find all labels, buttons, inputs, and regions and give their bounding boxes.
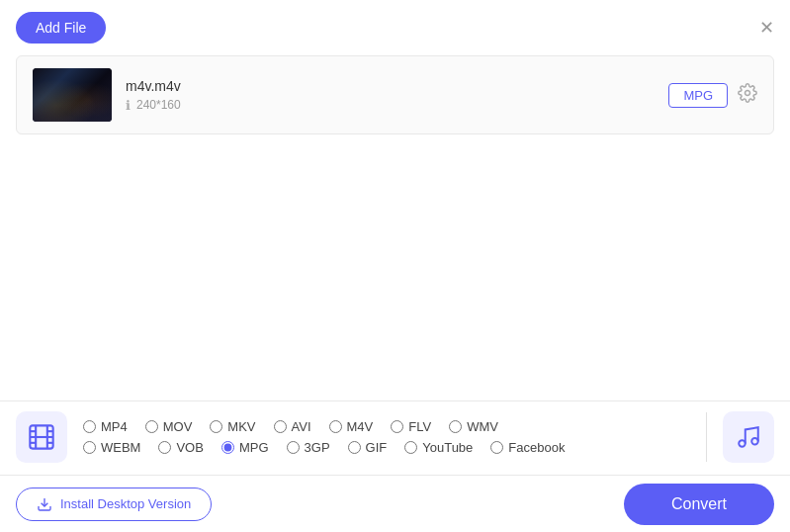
format-option-3gp[interactable]: 3GP [287, 440, 330, 455]
svg-point-0 [746, 90, 750, 95]
format-option-webm[interactable]: WEBM [83, 440, 140, 455]
format-option-youtube[interactable]: YouTube [404, 440, 473, 455]
file-name: m4v.m4v [126, 78, 655, 94]
install-desktop-button[interactable]: Install Desktop Version [16, 488, 212, 521]
radio-vob[interactable] [158, 441, 171, 454]
format-label-facebook: Facebook [508, 440, 565, 455]
gear-icon [738, 83, 757, 103]
radio-mkv[interactable] [210, 420, 222, 433]
format-label-avi: AVI [292, 419, 311, 434]
format-option-mpg[interactable]: MPG [221, 440, 269, 455]
music-icon [736, 424, 761, 450]
top-bar: Add File ✕ [0, 0, 790, 55]
radio-wmv[interactable] [449, 420, 462, 433]
video-format-icon-wrap[interactable] [16, 411, 67, 463]
format-bar: MP4 MOV MKV AVI M4V FLV [0, 400, 790, 473]
format-option-avi[interactable]: AVI [274, 419, 311, 434]
format-label-vob: VOB [176, 440, 203, 455]
radio-mov[interactable] [145, 420, 158, 433]
format-option-mkv[interactable]: MKV [210, 419, 255, 434]
format-label-m4v: M4V [347, 419, 374, 434]
main-content [0, 134, 790, 362]
format-option-mov[interactable]: MOV [145, 419, 193, 434]
svg-point-9 [739, 440, 746, 447]
radio-avi[interactable] [274, 420, 287, 433]
radio-m4v[interactable] [329, 420, 342, 433]
audio-format-icon-wrap[interactable] [723, 411, 774, 463]
format-option-vob[interactable]: VOB [158, 440, 203, 455]
format-badge-button[interactable]: MPG [668, 83, 728, 108]
format-option-mp4[interactable]: MP4 [83, 419, 128, 434]
format-option-wmv[interactable]: WMV [449, 419, 498, 434]
format-label-flv: FLV [408, 419, 431, 434]
radio-flv[interactable] [391, 420, 403, 433]
film-icon [28, 423, 55, 451]
thumbnail-image [33, 68, 112, 122]
format-label-wmv: WMV [467, 419, 498, 434]
format-label-mp4: MP4 [101, 419, 128, 434]
file-thumbnail [33, 68, 112, 122]
format-option-m4v[interactable]: M4V [329, 419, 374, 434]
file-resolution: 240*160 [136, 98, 181, 112]
file-info: m4v.m4v ℹ 240*160 [126, 78, 655, 113]
file-item: m4v.m4v ℹ 240*160 MPG [17, 56, 773, 133]
format-label-mkv: MKV [227, 419, 255, 434]
format-row-1: MP4 MOV MKV AVI M4V FLV [83, 419, 698, 434]
add-file-button[interactable]: Add File [16, 12, 106, 44]
download-icon [37, 496, 52, 512]
format-option-gif[interactable]: GIF [348, 440, 388, 455]
install-label: Install Desktop Version [60, 496, 191, 511]
format-label-youtube: YouTube [422, 440, 473, 455]
radio-gif[interactable] [348, 441, 361, 454]
file-list: m4v.m4v ℹ 240*160 MPG [16, 55, 774, 134]
format-divider [706, 412, 707, 462]
format-label-mpg: MPG [239, 440, 269, 455]
format-option-facebook[interactable]: Facebook [490, 440, 565, 455]
format-label-webm: WEBM [101, 440, 140, 455]
radio-facebook[interactable] [490, 441, 503, 454]
format-label-gif: GIF [366, 440, 388, 455]
format-row-2: WEBM VOB MPG 3GP GIF YouTube [83, 440, 698, 455]
close-button[interactable]: ✕ [759, 19, 774, 37]
format-option-flv[interactable]: FLV [391, 419, 431, 434]
svg-point-10 [751, 438, 758, 445]
settings-button[interactable] [738, 83, 757, 108]
info-icon: ℹ [126, 98, 131, 113]
format-label-mov: MOV [163, 419, 193, 434]
radio-youtube[interactable] [404, 441, 417, 454]
radio-mpg[interactable] [221, 441, 234, 454]
action-bar: Install Desktop Version Convert [0, 475, 790, 532]
format-options: MP4 MOV MKV AVI M4V FLV [83, 419, 698, 455]
file-actions: MPG [668, 83, 757, 108]
format-label-3gp: 3GP [305, 440, 330, 455]
file-meta: ℹ 240*160 [126, 98, 655, 113]
convert-button[interactable]: Convert [624, 484, 774, 525]
radio-3gp[interactable] [287, 441, 300, 454]
radio-webm[interactable] [83, 441, 96, 454]
radio-mp4[interactable] [83, 420, 96, 433]
